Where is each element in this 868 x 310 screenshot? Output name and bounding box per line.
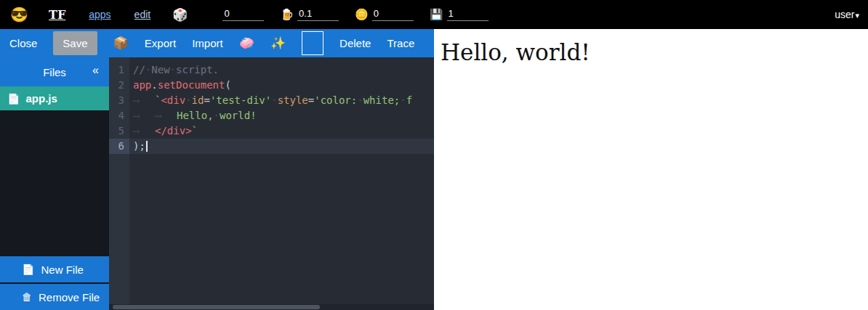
user-label: user <box>835 9 854 20</box>
workspace: Files « 📄 app.js 📄 New File 🗑 Remove <box>0 57 434 310</box>
new-file-label: New File <box>41 264 83 276</box>
beer-counter-field[interactable]: 0.1 <box>297 8 339 21</box>
nav-link-apps[interactable]: apps <box>89 9 110 20</box>
code-line[interactable]: //·New·script. <box>133 62 434 78</box>
save-button[interactable]: Save <box>53 31 97 55</box>
app-root: 😎 TF apps edit 🎲 🖥 0 🍺 0.1 🪙 0 💾 1 user▾ <box>0 0 868 310</box>
remove-file-label: Remove File <box>39 291 100 303</box>
package-icon-button[interactable]: 📦 <box>113 36 129 51</box>
file-item-appjs[interactable]: 📄 app.js <box>0 86 109 110</box>
coin-icon: 🪙 <box>355 8 369 21</box>
new-file-button[interactable]: 📄 New File <box>0 256 109 282</box>
code-line[interactable]: app.setDocument( <box>133 78 434 93</box>
files-header: Files « <box>0 57 109 86</box>
code-line[interactable]: ⟶</div>` <box>133 123 434 139</box>
coin-counter-field[interactable]: 0 <box>372 8 414 21</box>
preview-text: Hello, world! <box>434 29 868 65</box>
export-button[interactable]: Export <box>145 37 176 49</box>
counter-coin: 🪙 0 <box>355 8 414 21</box>
soap-icon-button[interactable]: 🧼 <box>239 36 254 51</box>
floppy-icon: 💾 <box>430 8 443 21</box>
smiley-logo-icon: 😎 <box>10 7 28 22</box>
counter-beer: 🍺 0.1 <box>280 8 339 21</box>
files-header-label: Files <box>43 66 66 78</box>
counter-floppy: 💾 1 <box>430 8 489 21</box>
sidebar-spacer <box>0 110 109 256</box>
import-button[interactable]: Import <box>192 37 223 49</box>
text-cursor <box>146 141 148 152</box>
monitor-counter-field[interactable]: 0 <box>222 8 264 21</box>
code-editor[interactable]: 123456 //·New·script.app.setDocument(⟶`<… <box>109 57 434 310</box>
code-area[interactable]: //·New·script.app.setDocument(⟶`<div·id=… <box>129 57 434 310</box>
blank-button[interactable] <box>302 31 324 55</box>
monitor-icon: 🖥 <box>208 8 219 21</box>
file-icon: 📄 <box>7 93 20 105</box>
preview-pane: Hello, world! <box>434 29 868 310</box>
editor-toolbar: Close Save 📦 Export Import 🧼 ✨ Delete Tr… <box>0 29 434 57</box>
editor-panel: Close Save 📦 Export Import 🧼 ✨ Delete Tr… <box>0 29 434 310</box>
code-line[interactable]: ⟶⟶Hello,·world! <box>133 108 434 123</box>
sparkles-icon-button[interactable]: ✨ <box>270 36 286 51</box>
floppy-counter-field[interactable]: 1 <box>447 8 489 21</box>
close-button[interactable]: Close <box>9 37 37 49</box>
collapse-sidebar-button[interactable]: « <box>92 64 99 77</box>
line-number: 2 <box>109 78 129 93</box>
brand-link[interactable]: TF <box>49 8 65 22</box>
topbar: 😎 TF apps edit 🎲 🖥 0 🍺 0.1 🪙 0 💾 1 user▾ <box>0 0 868 29</box>
remove-file-button[interactable]: 🗑 Remove File <box>0 284 109 310</box>
counter-monitor: 🖥 0 <box>208 8 264 21</box>
delete-button[interactable]: Delete <box>339 37 371 49</box>
beer-icon: 🍺 <box>280 8 294 21</box>
user-menu[interactable]: user▾ <box>835 9 859 20</box>
new-file-icon: 📄 <box>22 264 34 275</box>
line-number: 1 <box>109 62 129 78</box>
editor-gutter: 123456 <box>109 57 129 310</box>
dice-icon-button[interactable]: 🎲 <box>172 7 188 23</box>
files-sidebar: Files « 📄 app.js 📄 New File 🗑 Remove <box>0 57 109 310</box>
scrollbar-thumb[interactable] <box>113 305 320 309</box>
code-line[interactable]: ); <box>129 139 434 154</box>
trace-button[interactable]: Trace <box>387 37 414 49</box>
line-number: 3 <box>109 93 129 108</box>
caret-down-icon: ▾ <box>855 11 859 20</box>
main-area: Close Save 📦 Export Import 🧼 ✨ Delete Tr… <box>0 29 868 310</box>
line-number: 4 <box>109 108 129 123</box>
file-name: app.js <box>25 92 57 105</box>
nav-link-edit[interactable]: edit <box>134 9 151 20</box>
line-number: 6 <box>109 139 129 154</box>
code-line[interactable]: ⟶`<div·id='test-div'·style='color:·white… <box>133 93 434 108</box>
horizontal-scrollbar[interactable] <box>109 304 434 310</box>
line-number: 5 <box>109 123 129 139</box>
trash-icon: 🗑 <box>22 291 32 303</box>
